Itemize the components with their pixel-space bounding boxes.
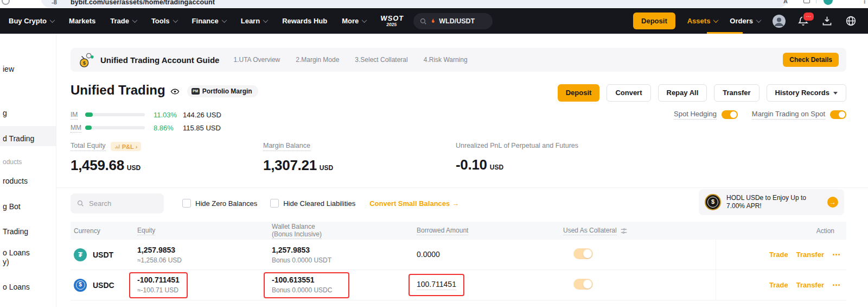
transfer-button[interactable]: Transfer (714, 84, 759, 102)
user-avatar[interactable] (773, 15, 786, 28)
convert-small-balances-link[interactable]: Convert Small Balances → (369, 199, 459, 208)
browser-menu-icon[interactable]: ⋮ (861, 0, 867, 5)
language-selector[interactable] (845, 15, 857, 27)
assets-table: Currency Equity Wallet Balance(Bonus Inc… (71, 222, 846, 300)
pnl-chart-icon (114, 143, 120, 149)
sidebar-item-trading-bot[interactable]: g Bot (3, 202, 21, 211)
chevron-down-icon (713, 17, 719, 23)
col-currency: Currency (71, 227, 137, 235)
deposit-button[interactable]: Deposit (558, 84, 600, 102)
total-equity-stat: Total EquityP&L› 1,459.68USD (71, 140, 141, 174)
share-icon[interactable] (803, 0, 810, 3)
nav-assets[interactable]: Assets (687, 17, 718, 25)
notifications-bell[interactable]: ⋯ (797, 15, 809, 27)
translate-icon[interactable]: A (783, 0, 788, 4)
transfer-link[interactable]: Transfer (796, 250, 824, 259)
person-icon (773, 15, 786, 28)
spot-toggle-group: Spot Hedging Margin Trading on Spot (674, 110, 846, 120)
browser-toolbar: -8 bybit.com/user/assets/home/tradingacc… (0, 0, 868, 8)
chevron-down-icon (833, 92, 838, 95)
transfer-link[interactable]: Transfer (796, 281, 824, 289)
guide-title: Unified Trading Account Guide (100, 55, 219, 65)
spot-hedging-toggle[interactable] (722, 110, 738, 119)
sidebar-item-overview[interactable]: iew (3, 65, 14, 73)
im-progress-bar (85, 113, 145, 116)
eye-icon[interactable] (170, 87, 180, 96)
wallet-balance-cell: 1,257.9853 Bonus 0.0000 USDT (272, 246, 417, 264)
sidebar-item-earn-products[interactable]: roducts (3, 177, 28, 185)
borrowed-amount-cell: 0.0000 (417, 250, 563, 259)
chevron-down-icon (263, 17, 269, 23)
sidebar-item-crypto-loans[interactable]: o Loans (3, 283, 30, 291)
collateral-settings-icon[interactable] (620, 227, 628, 235)
nav-finance[interactable]: Finance (192, 17, 226, 25)
table-row-usdt: ₮ USDT 1,257.9853 ≈1,258.06 USD 1,257.98… (71, 240, 846, 270)
filter-row: Hide Zero Balances Hide Cleared Liabilit… (71, 193, 459, 214)
nav-more[interactable]: More (342, 17, 366, 25)
collateral-cell (563, 279, 716, 292)
nav-orders[interactable]: Orders (730, 17, 761, 25)
guide-illustration-icon: $ (78, 52, 94, 68)
arrow-right-icon: → (452, 199, 459, 208)
download-app[interactable] (821, 15, 833, 27)
notification-badge: ⋯ (802, 11, 815, 22)
hide-cleared-checkbox[interactable] (270, 199, 279, 208)
reload-icon[interactable] (2, 0, 10, 5)
col-action: Action (716, 227, 846, 235)
im-percent: 11.03% (154, 111, 183, 119)
chevron-down-icon (362, 17, 367, 23)
wsot-2025-logo[interactable]: WSOT 2025 (380, 15, 404, 27)
nav-trade[interactable]: Trade (110, 17, 137, 25)
nav-right-group: Deposit Assets Orders ⋯ (633, 12, 868, 29)
trade-link[interactable]: Trade (769, 281, 788, 289)
unrealized-pnl-label: Unrealized PnL of Perpetual and Futures (456, 142, 578, 151)
collateral-toggle[interactable] (573, 248, 593, 259)
currency-name: USDC (93, 281, 114, 290)
site-badge-icon: -8 (52, 0, 57, 5)
history-records-dropdown[interactable]: History Records (767, 84, 846, 102)
margin-trading-on-spot-toggle[interactable] (830, 110, 846, 119)
more-actions-icon[interactable]: ⋯ (832, 280, 841, 290)
margin-trading-group: Margin Trading on Spot (752, 110, 846, 120)
mm-label: MM (71, 124, 85, 131)
sidebar-item-crypto-loans-legacy-2[interactable]: y) (3, 258, 9, 266)
promo-arrow-button[interactable]: → (827, 197, 838, 208)
collateral-toggle[interactable] (573, 279, 593, 290)
sidebar-item-unified-trading[interactable]: d Trading (3, 134, 34, 143)
hide-zero-balances[interactable]: Hide Zero Balances (182, 199, 257, 208)
check-details-button[interactable]: Check Details (783, 53, 839, 67)
search-input[interactable] (88, 199, 155, 208)
trade-link[interactable]: Trade (769, 250, 788, 259)
hide-cleared-liabilities[interactable]: Hide Cleared Liabilities (270, 199, 355, 208)
annotation-box-borrowed: 100.711451 (409, 274, 464, 296)
asset-search-box[interactable] (71, 193, 164, 214)
nav-tools[interactable]: Tools (151, 17, 177, 25)
nav-learn[interactable]: Learn (241, 17, 267, 25)
guide-step-1: 1.UTA Overview (233, 56, 280, 64)
sidebar-item-crypto-loans-legacy[interactable]: o Loans (3, 248, 30, 257)
browser-profile-avatar[interactable] (824, 0, 833, 5)
chevron-down-icon (221, 17, 227, 23)
sidebar-item-copy-trading[interactable]: Trading (3, 227, 28, 236)
action-cell: Trade Transfer ⋯ (716, 270, 846, 300)
url-text[interactable]: bybit.com/user/assets/home/tradingaccoun… (71, 0, 215, 6)
nav-deposit-button[interactable]: Deposit (633, 12, 675, 29)
pnl-badge[interactable]: P&L› (111, 142, 142, 151)
margin-balance-label: Margin Balance (263, 142, 310, 151)
nav-markets[interactable]: Markets (69, 17, 95, 25)
main-navbar: Buy Crypto Markets Trade Tools Finance L… (0, 8, 868, 34)
usde-promo-banner: $ HODL USDe to Enjoy Up to 7.00% APR! → (699, 189, 844, 215)
globe-icon (845, 15, 857, 27)
svg-text:$: $ (83, 60, 86, 66)
hide-zero-checkbox[interactable] (182, 199, 191, 208)
nav-search-box[interactable]: WLD/USDT (413, 13, 493, 29)
im-value: 144.26 USD (183, 111, 221, 119)
nav-rewards-hub[interactable]: Rewards Hub (282, 17, 327, 25)
nav-buy-crypto[interactable]: Buy Crypto (9, 17, 54, 25)
more-actions-icon[interactable]: ⋯ (832, 250, 841, 260)
guide-step-3: 3.Select Collateral (355, 56, 407, 64)
repay-all-button[interactable]: Repay All (658, 84, 707, 102)
sidebar-category-products: oducts (3, 158, 22, 166)
sidebar-item-funding[interactable]: g (3, 109, 7, 117)
convert-button[interactable]: Convert (607, 84, 650, 102)
